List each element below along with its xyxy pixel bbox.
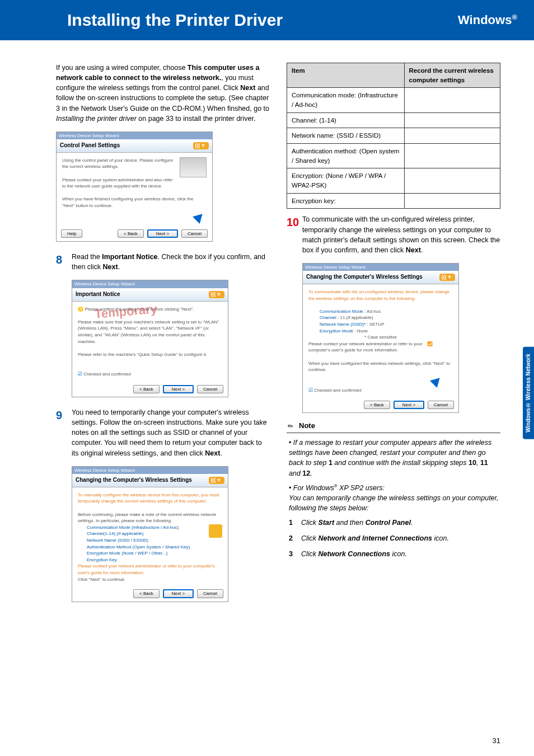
side-tab: Windows® Wireless Network xyxy=(523,347,534,439)
monitor-icon xyxy=(180,157,207,177)
step-10: 10 To communicate with the un-configured… xyxy=(287,214,500,255)
checkbox-icon[interactable]: ☑ xyxy=(308,387,313,393)
table-cell: Network name: (SSID / ESSID) xyxy=(287,128,405,144)
header-bar: Installing the Printer Driver Windows® xyxy=(0,0,534,40)
key-icon xyxy=(209,524,222,538)
step-number-9: 9 xyxy=(56,407,72,458)
intro-paragraph: If you are using a wired computer, choos… xyxy=(56,63,270,124)
help-button[interactable]: Help xyxy=(61,229,82,238)
checkbox-icon[interactable]: ☑ xyxy=(78,371,82,377)
step-number-10: 10 xyxy=(287,214,302,255)
wifi-icon: ((( ᯤ xyxy=(209,291,225,298)
content: If you are using a wired computer, choos… xyxy=(0,40,534,613)
screenshot-change-settings-1: Wireless Device Setup Wizard Changing th… xyxy=(72,466,228,602)
wifi-icon: ((( ᯤ xyxy=(193,142,209,149)
right-column: Item Record the current wireless compute… xyxy=(287,63,500,602)
arrow-icon xyxy=(193,210,206,224)
table-header-record: Record the current wireless computer set… xyxy=(404,63,500,88)
wireless-settings-table: Item Record the current wireless compute… xyxy=(287,63,500,209)
step-9: 9 You need to temporarily change your co… xyxy=(56,407,270,458)
step-8: 8 Read the Important Notice. Check the b… xyxy=(56,252,270,272)
page-title: Installing the Printer Driver xyxy=(67,11,283,30)
next-button[interactable]: Next > xyxy=(163,589,194,598)
cancel-button[interactable]: Cancel xyxy=(181,229,208,238)
back-button[interactable]: < Back xyxy=(133,589,160,598)
wifi-graphic-icon: 📶 xyxy=(427,341,453,348)
page-number: 31 xyxy=(493,736,500,745)
cancel-button[interactable]: Cancel xyxy=(197,589,223,598)
back-button[interactable]: < Back xyxy=(133,385,160,394)
substep-1: 1 Click Start and then Control Panel. xyxy=(289,518,500,528)
substep-2: 2 Click Network and Internet Connections… xyxy=(289,533,500,543)
table-cell: Encryption: (None / WEP / WPA / WPA2-PSK… xyxy=(287,168,405,193)
screenshot-control-panel-settings: Wireless Device Setup Wizard Control Pan… xyxy=(56,132,213,242)
next-button[interactable]: Next > xyxy=(394,401,424,410)
table-cell: Communication mode: (Infrastructure / Ad… xyxy=(287,88,405,112)
platform-label: Windows® xyxy=(458,13,517,27)
back-button[interactable]: < Back xyxy=(364,401,390,410)
next-button[interactable]: Next > xyxy=(163,385,194,394)
arrow-icon xyxy=(430,374,443,388)
table-cell: Channel: (1-14) xyxy=(287,112,405,128)
step-number-8: 8 xyxy=(56,252,72,272)
wifi-icon: ((( ᯤ xyxy=(439,274,456,281)
table-header-item: Item xyxy=(287,63,405,88)
note-item: For Windows® XP SP2 users: You can tempo… xyxy=(289,483,500,560)
left-column: If you are using a wired computer, choos… xyxy=(56,63,270,602)
warning-icon: ! xyxy=(78,307,83,312)
table-cell: Encryption key: xyxy=(287,193,405,209)
next-button[interactable]: Next > xyxy=(147,229,178,238)
wifi-icon: ((( ᯤ xyxy=(209,477,225,484)
note-list: If a message to restart your computer ap… xyxy=(287,438,500,559)
screenshot-important-notice: Wireless Device Setup Wizard Important N… xyxy=(72,280,228,397)
note-item: If a message to restart your computer ap… xyxy=(289,438,500,478)
pencil-icon: ✎ xyxy=(285,420,298,433)
note-sublist: 1 Click Start and then Control Panel. 2 … xyxy=(289,518,500,559)
table-cell: Authentication method: (Open system / Sh… xyxy=(287,144,405,168)
substep-3: 3 Click Network Connections icon. xyxy=(289,549,500,559)
screenshot-change-settings-2: Wireless Device Setup Wizard Changing th… xyxy=(302,263,459,413)
cancel-button[interactable]: Cancel xyxy=(197,385,223,394)
back-button[interactable]: < Back xyxy=(118,229,144,238)
note-header: ✎ Note xyxy=(287,421,500,433)
cancel-button[interactable]: Cancel xyxy=(428,401,454,410)
